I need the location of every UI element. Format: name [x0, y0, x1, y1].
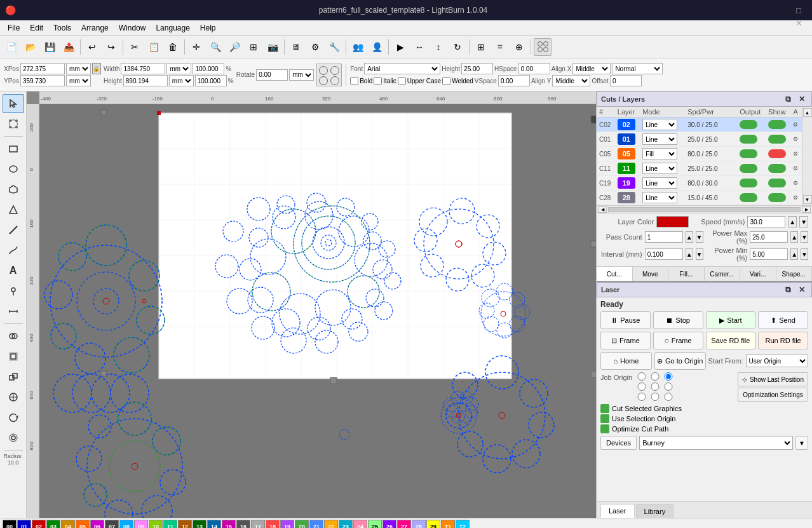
export-button[interactable]: 📤: [60, 38, 78, 56]
layer-output[interactable]: [737, 147, 766, 161]
layer-show[interactable]: [766, 147, 790, 161]
play-button[interactable]: ▶: [391, 38, 409, 56]
delete-button[interactable]: 🗑: [164, 38, 182, 56]
pin-tool[interactable]: [3, 281, 24, 301]
show-toggle-0[interactable]: [768, 120, 786, 129]
layer-row[interactable]: C19 19 Line Fill Offset Fill 80.0 / 30.0…: [597, 176, 802, 191]
palette-item[interactable]: 01: [17, 520, 31, 529]
pass-up-btn[interactable]: ▲: [686, 231, 693, 243]
polygon-tool[interactable]: [3, 180, 24, 199]
xpos-unit[interactable]: mm: [66, 63, 91, 74]
layer-mode[interactable]: Line Fill Offset Fill: [640, 147, 685, 161]
show-toggle-3[interactable]: [768, 164, 786, 173]
layer-row[interactable]: C05 05 Line Fill Offset Fill 80.0 / 25.0…: [597, 147, 802, 161]
align-x-select[interactable]: Middle: [572, 63, 611, 74]
optimize-cut-toggle[interactable]: [600, 424, 609, 433]
layer-output[interactable]: [737, 132, 766, 147]
ypos-input[interactable]: [20, 75, 65, 86]
jo-bc[interactable]: [649, 393, 661, 401]
close-button[interactable]: ✕: [790, 17, 807, 29]
pass-count-input[interactable]: [645, 231, 683, 243]
group-button[interactable]: 👥: [349, 38, 367, 56]
mode-select-5[interactable]: Line Fill Offset Fill: [642, 192, 677, 203]
line-tool[interactable]: [3, 220, 24, 240]
jo-bl[interactable]: [636, 393, 647, 401]
menu-window[interactable]: Window: [114, 22, 151, 34]
pmax-up-btn[interactable]: ▲: [790, 231, 798, 243]
speed-down-btn[interactable]: ▼: [799, 216, 808, 227]
layer-output[interactable]: [737, 118, 766, 132]
resize-handle-tr[interactable]: [591, 116, 596, 123]
palette-item[interactable]: 22: [324, 520, 338, 529]
zoom-fit-button[interactable]: ⊞: [245, 38, 262, 56]
width-pct-input[interactable]: [193, 63, 224, 74]
rotate-tool[interactable]: [3, 408, 24, 427]
height-pct-input[interactable]: [195, 75, 227, 86]
interval-up-btn[interactable]: ▲: [686, 248, 693, 260]
palette-item[interactable]: 18: [266, 520, 280, 529]
save-rd-button[interactable]: Save RD file: [706, 332, 756, 349]
wrench-button[interactable]: 🔧: [325, 38, 343, 56]
scroll-right-btn[interactable]: ▶: [802, 206, 811, 213]
palette-item[interactable]: 11: [163, 520, 177, 529]
palette-item[interactable]: 19: [280, 520, 294, 529]
layer-a[interactable]: ⚙: [790, 161, 802, 176]
user-button[interactable]: 👤: [368, 38, 386, 56]
font-select[interactable]: Arial: [364, 63, 440, 74]
layer-a[interactable]: ⚙: [790, 147, 802, 161]
settings-button[interactable]: ⚙: [306, 38, 324, 56]
copy-button[interactable]: 📋: [145, 38, 163, 56]
layer-color-num[interactable]: 01: [615, 132, 640, 147]
select-tool[interactable]: [3, 94, 24, 113]
layer-a[interactable]: ⚙: [790, 118, 802, 132]
layer-mode[interactable]: Line Fill Offset Fill: [640, 161, 685, 176]
rotate-input[interactable]: [256, 69, 288, 81]
layer-row[interactable]: C11 11 Line Fill Offset Fill 25.0 / 25.0…: [597, 161, 802, 176]
weld-tool[interactable]: [3, 367, 24, 386]
layer-show[interactable]: [766, 191, 790, 205]
layer-color-num[interactable]: 11: [615, 161, 640, 176]
tab-cut[interactable]: Cut...: [597, 267, 633, 281]
optimization-settings-button[interactable]: Optimization Settings: [738, 388, 808, 402]
palette-item[interactable]: 07: [105, 520, 119, 529]
layer-mode[interactable]: Line Fill Offset Fill: [640, 118, 685, 132]
array-button[interactable]: ⌗: [491, 38, 509, 56]
palette-item[interactable]: 08: [119, 520, 133, 529]
palette-item[interactable]: 02: [32, 520, 46, 529]
menu-file[interactable]: File: [3, 22, 25, 34]
palette-item[interactable]: 09: [134, 520, 148, 529]
font-height-input[interactable]: [461, 63, 493, 74]
upper-check[interactable]: Upper Case: [398, 77, 441, 85]
speed-input[interactable]: [747, 216, 785, 227]
show-toggle-5[interactable]: [768, 193, 786, 202]
show-toggle-1[interactable]: [768, 135, 786, 144]
palette-item[interactable]: 17: [251, 520, 265, 529]
palette-item[interactable]: 21: [309, 520, 323, 529]
layer-mode[interactable]: Line Fill Offset Fill: [640, 191, 685, 205]
maximize-button[interactable]: □: [790, 4, 807, 17]
layer-mode[interactable]: Line Fill Offset Fill: [640, 176, 685, 191]
palette-item[interactable]: T2: [456, 520, 470, 529]
devices-button[interactable]: Devices: [600, 436, 637, 450]
palette-item[interactable]: 06: [90, 520, 104, 529]
palette-item[interactable]: 29: [426, 520, 440, 529]
palette-item[interactable]: 25: [368, 520, 382, 529]
go-to-origin-button[interactable]: ⊕ Go to Origin: [654, 352, 706, 370]
cut-selected-toggle[interactable]: [600, 404, 609, 413]
mode-select-1[interactable]: Line Fill Offset Fill: [642, 133, 677, 145]
canvas-area[interactable]: -480 -320 -160 0 160 320 480 640 800 960…: [27, 91, 596, 518]
palette-item[interactable]: 03: [46, 520, 60, 529]
layer-a[interactable]: ⚙: [790, 191, 802, 205]
pmin-up-btn[interactable]: ▲: [790, 248, 798, 260]
layer-show[interactable]: [766, 161, 790, 176]
mirror-v-button[interactable]: ↕: [430, 38, 447, 56]
start-button[interactable]: ▶ Start: [706, 311, 756, 329]
layer-color-num[interactable]: 28: [615, 191, 640, 205]
palette-item[interactable]: 04: [61, 520, 75, 529]
show-last-position-button[interactable]: ⊹ Show Last Position: [738, 372, 808, 386]
palette-item[interactable]: 20: [295, 520, 309, 529]
jo-tr[interactable]: [663, 372, 674, 381]
output-toggle-5[interactable]: [740, 193, 757, 202]
normal-select[interactable]: Normal: [612, 63, 663, 74]
triangle-tool[interactable]: [3, 200, 24, 219]
